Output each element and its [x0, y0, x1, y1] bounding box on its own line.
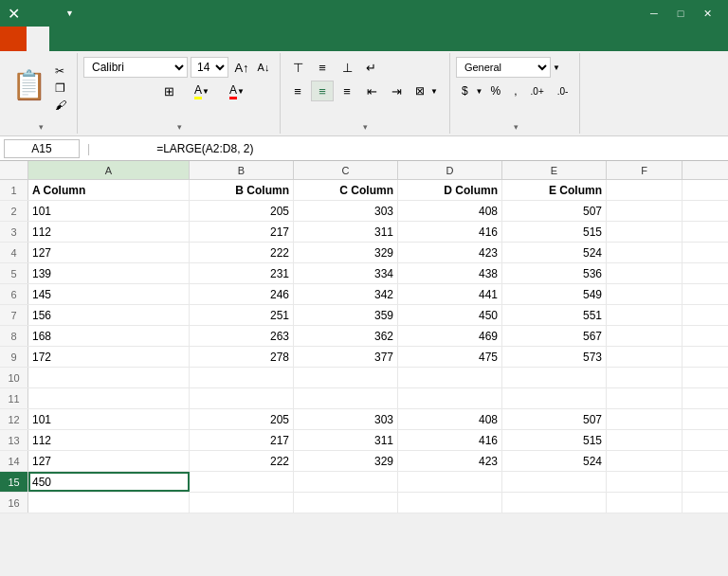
row-number[interactable]: 2	[0, 201, 28, 221]
bottom-align-button[interactable]: ⊥	[336, 57, 358, 78]
increase-indent-button[interactable]: ⇥	[385, 81, 408, 101]
decrease-decimal-button[interactable]: .0-	[552, 81, 574, 101]
top-align-button[interactable]: ⊤	[286, 57, 309, 78]
tab-page-layout[interactable]	[72, 27, 95, 51]
table-cell[interactable]: 551	[502, 305, 607, 325]
table-cell[interactable]: 329	[294, 243, 398, 262]
copy-button[interactable]: ❐	[52, 81, 73, 96]
table-cell[interactable]: 342	[294, 284, 398, 304]
row-number[interactable]: 3	[0, 222, 28, 242]
table-cell[interactable]: 450	[398, 305, 502, 325]
table-cell[interactable]: 334	[294, 263, 398, 283]
table-cell[interactable]: 524	[502, 451, 607, 471]
table-cell[interactable]	[502, 368, 607, 387]
row-number[interactable]: 6	[0, 284, 28, 304]
table-cell[interactable]	[607, 326, 682, 346]
table-cell[interactable]: 362	[294, 326, 398, 346]
table-cell[interactable]	[502, 388, 607, 408]
font-size-select[interactable]: 14	[191, 57, 228, 78]
table-cell[interactable]	[398, 493, 502, 513]
table-cell[interactable]	[190, 388, 294, 408]
table-cell[interactable]	[607, 409, 682, 429]
table-cell[interactable]	[190, 493, 294, 513]
tab-view[interactable]	[163, 27, 186, 51]
table-cell[interactable]: 222	[190, 243, 294, 262]
table-cell[interactable]: 311	[294, 222, 398, 242]
row-number[interactable]: 8	[0, 326, 28, 346]
table-cell[interactable]: 205	[190, 201, 294, 221]
table-cell[interactable]: C Column	[294, 180, 398, 200]
table-cell[interactable]	[607, 430, 682, 450]
row-number[interactable]: 11	[0, 388, 28, 408]
fill-color-dropdown-icon[interactable]: ▼	[202, 87, 209, 96]
table-cell[interactable]	[607, 388, 682, 408]
center-align-button[interactable]: ≡	[311, 81, 334, 101]
number-expand-icon[interactable]: ▾	[514, 122, 519, 132]
row-number[interactable]: 15	[0, 472, 28, 492]
table-cell[interactable]	[28, 493, 190, 513]
table-cell[interactable]: 205	[190, 409, 294, 429]
save-button[interactable]	[27, 11, 35, 15]
table-cell[interactable]: 524	[502, 243, 607, 262]
decrease-font-button[interactable]: A↓	[253, 57, 274, 78]
wrap-text-button[interactable]: ↵	[360, 57, 385, 78]
table-cell[interactable]: E Column	[502, 180, 607, 200]
table-cell[interactable]: 423	[398, 243, 502, 262]
font-color-button[interactable]: A ▼	[221, 81, 253, 101]
italic-button[interactable]	[107, 81, 128, 101]
col-header-e[interactable]: E	[502, 161, 607, 179]
paste-button[interactable]: 📋	[8, 57, 49, 114]
formula-input[interactable]	[153, 142, 724, 155]
row-number[interactable]: 12	[0, 409, 28, 429]
decrease-indent-button[interactable]: ⇤	[360, 81, 383, 101]
restore-button[interactable]: □	[667, 0, 694, 27]
middle-align-button[interactable]: ≡	[311, 57, 334, 78]
accounting-dropdown-icon[interactable]: ▼	[476, 87, 483, 96]
table-cell[interactable]	[190, 368, 294, 387]
tab-data[interactable]	[118, 27, 140, 51]
fill-color-button[interactable]: A ▼	[186, 81, 218, 101]
col-header-c[interactable]: C	[294, 161, 398, 179]
table-cell[interactable]: 441	[398, 284, 502, 304]
table-cell[interactable]: 416	[398, 222, 502, 242]
table-cell[interactable]	[294, 472, 398, 492]
table-cell[interactable]: 507	[502, 409, 607, 429]
table-cell[interactable]: 101	[28, 201, 190, 221]
table-cell[interactable]	[607, 347, 682, 367]
table-cell[interactable]: 263	[190, 326, 294, 346]
table-cell[interactable]	[607, 451, 682, 471]
row-number[interactable]: 1	[0, 180, 28, 200]
comma-button[interactable]: ,	[508, 81, 522, 101]
format-painter-button[interactable]: 🖌	[52, 98, 73, 113]
table-cell[interactable]: 515	[502, 222, 607, 242]
table-cell[interactable]: 507	[502, 201, 607, 221]
table-cell[interactable]: A Column	[28, 180, 190, 200]
table-cell[interactable]: 573	[502, 347, 607, 367]
accounting-format-button[interactable]: $	[456, 81, 474, 101]
table-cell[interactable]	[502, 472, 607, 492]
cancel-formula-button[interactable]	[98, 139, 117, 158]
table-cell[interactable]	[607, 243, 682, 262]
merge-dropdown-icon[interactable]: ▼	[430, 87, 438, 96]
table-cell[interactable]: 101	[28, 409, 190, 429]
row-number[interactable]: 13	[0, 430, 28, 450]
table-cell[interactable]: 139	[28, 263, 190, 283]
row-number[interactable]: 4	[0, 243, 28, 262]
row-number[interactable]: 14	[0, 451, 28, 471]
minimize-button[interactable]: ─	[641, 0, 667, 27]
table-cell[interactable]	[607, 201, 682, 221]
table-cell[interactable]: 168	[28, 326, 190, 346]
table-cell[interactable]: 278	[190, 347, 294, 367]
table-cell[interactable]: D Column	[398, 180, 502, 200]
left-align-button[interactable]: ≡	[286, 81, 309, 101]
table-cell[interactable]: 127	[28, 243, 190, 262]
name-box[interactable]	[4, 139, 80, 158]
confirm-formula-button[interactable]	[118, 139, 137, 158]
table-cell[interactable]	[398, 388, 502, 408]
table-cell[interactable]	[294, 388, 398, 408]
alignment-expand-icon[interactable]: ▾	[363, 122, 368, 132]
table-cell[interactable]: 303	[294, 409, 398, 429]
table-cell[interactable]: 408	[398, 201, 502, 221]
col-header-f[interactable]: F	[607, 161, 682, 179]
underline-button[interactable]	[131, 81, 152, 101]
